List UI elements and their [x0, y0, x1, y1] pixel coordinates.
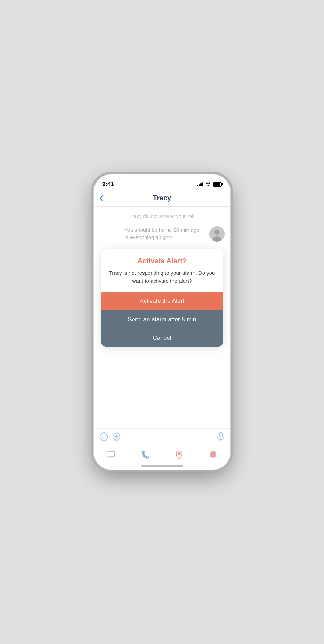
svg-rect-7 [219, 432, 222, 437]
nav-header: Tracy [94, 191, 230, 206]
status-icons [197, 181, 222, 187]
system-message: Tracy did not answer your call [99, 214, 225, 219]
alert-body: Tracy is not responding to your alarm. D… [108, 269, 216, 285]
snooze-alarm-button[interactable]: Send an alarm after 5 min [101, 310, 223, 329]
bottom-tab-bar [94, 447, 230, 465]
outgoing-message-row: You should be home 20 min ago. Is everyt… [99, 226, 225, 242]
chat-area: Tracy did not answer your call You shoul… [94, 207, 230, 428]
status-time: 9:41 [102, 181, 114, 188]
home-bar [141, 465, 183, 467]
svg-point-3 [100, 433, 108, 441]
activate-alert-button[interactable]: Activate the Alert [101, 292, 223, 310]
status-bar: 9:41 [94, 174, 230, 191]
svg-point-5 [105, 436, 106, 437]
wifi-icon [205, 181, 211, 187]
tab-phone[interactable] [140, 450, 150, 459]
svg-point-10 [178, 452, 181, 455]
phone-frame: 9:41 [94, 174, 230, 470]
add-icon[interactable] [113, 433, 120, 443]
avatar [209, 226, 225, 242]
input-bar [94, 428, 230, 447]
outgoing-message-bubble: You should be home 20 min ago. Is everyt… [124, 226, 206, 241]
alert-title: Activate Alert? [108, 257, 216, 265]
signal-icon [197, 182, 203, 186]
home-indicator [94, 465, 230, 470]
alert-buttons: Activate the Alert Send an alarm after 5… [101, 292, 223, 347]
cancel-button[interactable]: Cancel [101, 329, 223, 347]
emoji-icon[interactable] [99, 432, 108, 443]
svg-point-4 [102, 436, 103, 437]
tab-messages[interactable] [106, 450, 116, 459]
tab-location[interactable] [174, 450, 184, 459]
battery-icon [213, 182, 222, 187]
tab-alert[interactable] [208, 450, 218, 459]
alert-dialog: Activate Alert? Tracy is not responding … [101, 249, 223, 347]
alert-dialog-content: Activate Alert? Tracy is not responding … [101, 249, 223, 285]
nav-title: Tracy [153, 194, 171, 202]
mic-icon[interactable] [217, 432, 225, 443]
svg-point-1 [214, 230, 219, 235]
back-button[interactable] [99, 195, 104, 202]
